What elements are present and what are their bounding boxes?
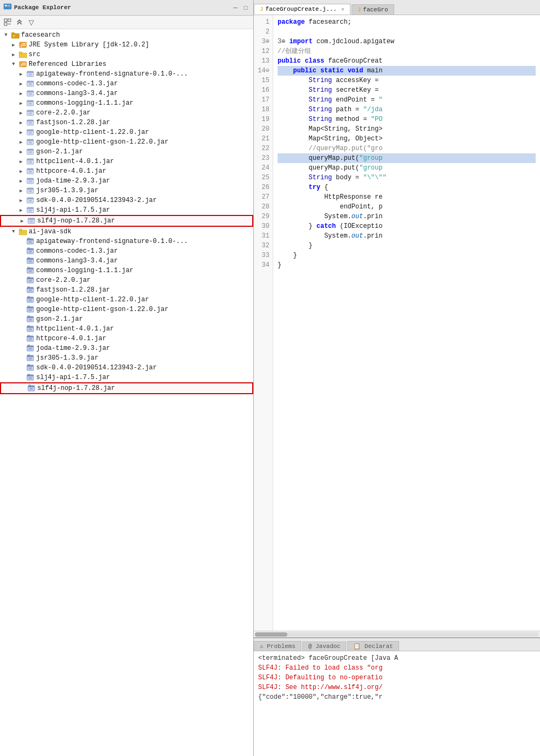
ln-31: 31 (256, 231, 269, 241)
jre-label: JRE System Library [jdk-12.0.2] (29, 41, 149, 49)
sdk-jar-label: slj4j-api-1.7.5.jar (36, 374, 110, 381)
tree-item-reflibs[interactable]: ▼ J Referenced Libraries (0, 59, 253, 69)
expand-icon: ▶ (17, 109, 25, 117)
java-file-icon: J (260, 6, 264, 12)
tree-item-jre[interactable]: ▶ J JRE System Library [jdk-12.0.2] (0, 40, 253, 50)
tree-item-sdk-jar15[interactable]: ▶ slj4j-api-1.7.5.jar (0, 373, 253, 382)
tree-item-jar6[interactable]: ▶ fastjson-1.2.28.jar (0, 118, 253, 127)
tree-item-sdk-jar16[interactable]: ▶ slf4j-nop-1.7.28.jar (0, 382, 253, 394)
tree-item-jar13[interactable]: ▶ jsr305-1.3.9.jar (0, 186, 253, 195)
java-file-icon-2: J (357, 6, 361, 13)
ln-30: 30 (256, 221, 269, 231)
sdk-jar-icon (26, 286, 35, 294)
sdk-jar-icon (26, 266, 35, 275)
ln-22: 22 (256, 144, 269, 153)
panel-header: Package Explorer ─ □ (0, 0, 253, 16)
jar-label: commons-lang3-3.4.jar (36, 90, 118, 97)
tree-item-sdk-jar5[interactable]: ▶ core-2.2.0.jar (0, 275, 253, 285)
svg-rect-17 (19, 52, 22, 53)
code-line-14: public static void main (278, 66, 536, 76)
jar-icon (26, 196, 35, 205)
svg-rect-39 (27, 110, 33, 112)
view-menu-button[interactable]: ▽ (26, 17, 37, 28)
code-line-23: queryMap.put("group (278, 153, 536, 163)
svg-rect-16 (19, 53, 27, 58)
svg-rect-2 (8, 5, 10, 5)
jar-icon (27, 217, 36, 225)
tree-item-sdk-jar8[interactable]: ▶ google-http-client-gson-1.22.0.jar (0, 305, 253, 314)
tab-javadoc[interactable]: @ Javadoc (302, 642, 346, 651)
tree-item-sdk-jar14[interactable]: ▶ sdk-0.4.0-20190514.123943-2.jar (0, 363, 253, 373)
sdk-jar-icon (26, 363, 35, 372)
tree-item-jar4[interactable]: ▶ commons-logging-1.1.1.jar (0, 98, 253, 108)
tree-item-jar12[interactable]: ▶ joda-time-2.9.3.jar (0, 176, 253, 186)
tab-facegro[interactable]: J faceGro (352, 4, 394, 15)
code-line-24: queryMap.put("group (278, 163, 536, 173)
tab-problems[interactable]: ⚠ Problems (254, 641, 301, 651)
horizontal-scrollbar[interactable] (254, 631, 540, 637)
expand-icon: ▶ (17, 119, 25, 126)
tree-item-jar11[interactable]: ▶ httpcore-4.0.1.jar (0, 166, 253, 176)
console-line-4: {"code":"10000","charge":true,"r (258, 692, 536, 702)
jar-label: jsr305-1.3.9.jar (36, 187, 98, 194)
tree-item-jar8[interactable]: ▶ google-http-client-gson-1.22.0.jar (0, 137, 253, 147)
sdk-jar-label: gson-2.1.jar (36, 315, 83, 323)
code-line-27: HttpResponse re (278, 192, 536, 202)
tree-item-sdk-jar2[interactable]: ▶ commons-codec-1.3.jar (0, 246, 253, 256)
svg-rect-31 (27, 91, 33, 92)
maximize-button[interactable]: □ (241, 3, 250, 12)
sdk-jar-label: slf4j-nop-1.7.28.jar (37, 384, 115, 392)
tree-item-sdk-jar1[interactable]: ▶ apigateway-frontend-signature-0.1.0-..… (0, 237, 253, 246)
editor-area: 1 2 3⊕ 12 13 14⊖ 15 16 17 18 19 20 21 22… (254, 15, 540, 631)
svg-text:P: P (13, 35, 15, 38)
tree-item-sdk-jar13[interactable]: ▶ jsr305-1.3.9.jar (0, 353, 253, 363)
tree-item-sdk-jar10[interactable]: ▶ httpclient-4.0.1.jar (0, 324, 253, 334)
tree-item-jar14[interactable]: ▶ sdk-0.4.0-20190514.123943-2.jar (0, 195, 253, 205)
tree-item-sdk-jar6[interactable]: ▶ fastjson-1.2.28.jar (0, 285, 253, 295)
tree-item-sdk-jar9[interactable]: ▶ gson-2.1.jar (0, 314, 253, 324)
code-line-34: } (278, 260, 536, 270)
tab-close-icon[interactable]: ✕ (341, 6, 345, 12)
scrollbar-thumb[interactable] (255, 632, 287, 637)
tree-item-jar7[interactable]: ▶ google-http-client-1.22.0.jar (0, 127, 253, 137)
tree-item-ai-java-sdk[interactable]: ▼ ai-java-sdk (0, 227, 253, 237)
sdk-jar-label: sdk-0.4.0-20190514.123943-2.jar (36, 364, 157, 372)
jar-icon (26, 128, 35, 137)
code-content[interactable]: package facesearch; 3⊕ import com.jdclou… (273, 15, 540, 631)
tree-item-sdk-jar11[interactable]: ▶ httpcore-4.0.1.jar (0, 334, 253, 343)
tree-item-jar10[interactable]: ▶ httpclient-4.0.1.jar (0, 157, 253, 166)
tree-view: ▼ P facesearch ▶ J (0, 29, 253, 756)
tree-item-sdk-jar7[interactable]: ▶ google-http-client-1.22.0.jar (0, 295, 253, 305)
collapse-all-button[interactable] (2, 17, 13, 28)
link-editor-button[interactable] (14, 17, 25, 28)
tree-item-jar9[interactable]: ▶ gson-2.1.jar (0, 147, 253, 157)
tree-item-sdk-jar4[interactable]: ▶ commons-logging-1.1.1.jar (0, 266, 253, 275)
tree-item-jar3[interactable]: ▶ commons-lang3-3.4.jar (0, 89, 253, 98)
tree-item-jar15[interactable]: ▶ slj4j-api-1.7.5.jar (0, 205, 253, 215)
svg-rect-21 (22, 64, 26, 65)
tree-item-jar5[interactable]: ▶ core-2.2.0.jar (0, 108, 253, 118)
tree-item-sdk-jar12[interactable]: ▶ joda-time-2.9.3.jar (0, 343, 253, 353)
ln-19: 19 (256, 114, 269, 124)
jar-label: fastjson-1.2.28.jar (36, 119, 110, 126)
jar-icon (26, 177, 35, 185)
tab-declaration[interactable]: 📋 Declarat (347, 641, 399, 651)
svg-rect-35 (27, 100, 33, 102)
tree-item-facesearch[interactable]: ▼ P facesearch (0, 30, 253, 40)
tree-item-jar16[interactable]: ▶ slf4j-nop-1.7.28.jar (0, 215, 253, 227)
code-line-25: String body = "\"\"" (278, 173, 536, 183)
tree-item-sdk-jar3[interactable]: ▶ commons-lang3-3.4.jar (0, 256, 253, 266)
tab-facegroupcreate[interactable]: J faceGroupCreate.j... ✕ (254, 4, 350, 15)
jar-label: joda-time-2.9.3.jar (36, 177, 110, 185)
tree-item-src[interactable]: ▶ src (0, 50, 253, 59)
tree-item-jar1[interactable]: ▶ apigateway-frontend-signature-0.1.0-..… (0, 69, 253, 79)
sdk-jar-icon (26, 276, 35, 285)
expand-icon-reflibs: ▼ (10, 60, 17, 68)
minimize-button[interactable]: ─ (231, 3, 240, 12)
ln-18: 18 (256, 105, 269, 114)
svg-rect-51 (27, 139, 33, 141)
tree-item-jar2[interactable]: ▶ commons-codec-1.3.jar (0, 79, 253, 89)
code-line-15: String accessKey = (278, 76, 536, 85)
sdk-jar-label: commons-codec-1.3.jar (36, 247, 118, 255)
svg-rect-5 (8, 19, 11, 22)
